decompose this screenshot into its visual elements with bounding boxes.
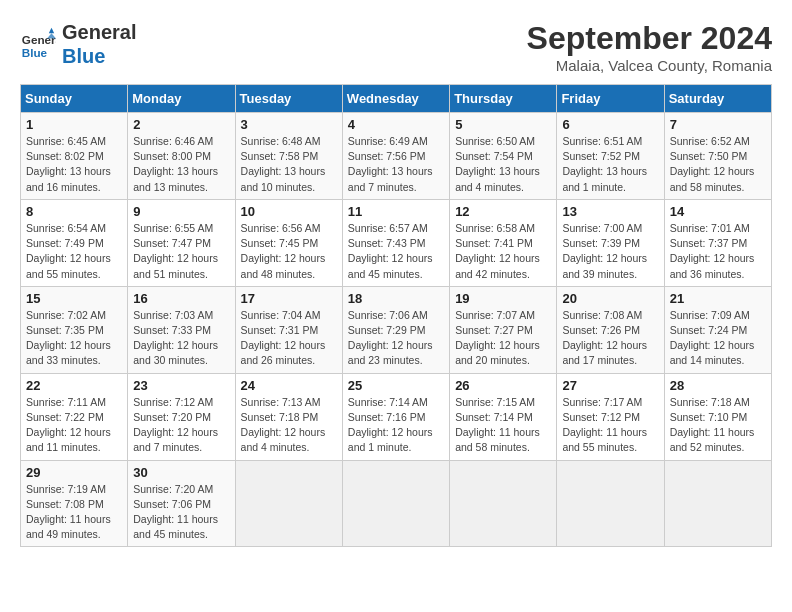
- calendar-cell: 14Sunrise: 7:01 AM Sunset: 7:37 PM Dayli…: [664, 199, 771, 286]
- weekday-header: Saturday: [664, 85, 771, 113]
- svg-marker-2: [49, 28, 54, 33]
- page-header: General Blue General Blue September 2024…: [20, 20, 772, 74]
- day-number: 14: [670, 204, 766, 219]
- calendar-cell: 3Sunrise: 6:48 AM Sunset: 7:58 PM Daylig…: [235, 113, 342, 200]
- calendar-cell: [235, 460, 342, 547]
- weekday-header: Sunday: [21, 85, 128, 113]
- day-number: 26: [455, 378, 551, 393]
- weekday-header: Tuesday: [235, 85, 342, 113]
- day-info: Sunrise: 7:20 AM Sunset: 7:06 PM Dayligh…: [133, 482, 229, 543]
- day-number: 23: [133, 378, 229, 393]
- day-info: Sunrise: 6:57 AM Sunset: 7:43 PM Dayligh…: [348, 221, 444, 282]
- day-number: 21: [670, 291, 766, 306]
- day-info: Sunrise: 7:11 AM Sunset: 7:22 PM Dayligh…: [26, 395, 122, 456]
- day-info: Sunrise: 6:49 AM Sunset: 7:56 PM Dayligh…: [348, 134, 444, 195]
- calendar-cell: 21Sunrise: 7:09 AM Sunset: 7:24 PM Dayli…: [664, 286, 771, 373]
- day-number: 16: [133, 291, 229, 306]
- day-info: Sunrise: 7:00 AM Sunset: 7:39 PM Dayligh…: [562, 221, 658, 282]
- day-info: Sunrise: 7:03 AM Sunset: 7:33 PM Dayligh…: [133, 308, 229, 369]
- day-info: Sunrise: 6:54 AM Sunset: 7:49 PM Dayligh…: [26, 221, 122, 282]
- day-info: Sunrise: 7:14 AM Sunset: 7:16 PM Dayligh…: [348, 395, 444, 456]
- day-info: Sunrise: 7:15 AM Sunset: 7:14 PM Dayligh…: [455, 395, 551, 456]
- day-info: Sunrise: 7:13 AM Sunset: 7:18 PM Dayligh…: [241, 395, 337, 456]
- day-number: 15: [26, 291, 122, 306]
- day-info: Sunrise: 6:52 AM Sunset: 7:50 PM Dayligh…: [670, 134, 766, 195]
- weekday-header: Thursday: [450, 85, 557, 113]
- logo-blue: Blue: [62, 44, 136, 68]
- calendar-table: SundayMondayTuesdayWednesdayThursdayFrid…: [20, 84, 772, 547]
- day-number: 5: [455, 117, 551, 132]
- weekday-header: Monday: [128, 85, 235, 113]
- day-number: 24: [241, 378, 337, 393]
- calendar-cell: 18Sunrise: 7:06 AM Sunset: 7:29 PM Dayli…: [342, 286, 449, 373]
- day-info: Sunrise: 6:48 AM Sunset: 7:58 PM Dayligh…: [241, 134, 337, 195]
- calendar-cell: 19Sunrise: 7:07 AM Sunset: 7:27 PM Dayli…: [450, 286, 557, 373]
- day-number: 18: [348, 291, 444, 306]
- day-number: 25: [348, 378, 444, 393]
- calendar-cell: 7Sunrise: 6:52 AM Sunset: 7:50 PM Daylig…: [664, 113, 771, 200]
- calendar-cell: 17Sunrise: 7:04 AM Sunset: 7:31 PM Dayli…: [235, 286, 342, 373]
- day-info: Sunrise: 7:09 AM Sunset: 7:24 PM Dayligh…: [670, 308, 766, 369]
- logo: General Blue General Blue: [20, 20, 136, 68]
- logo-general: General: [62, 20, 136, 44]
- calendar-cell: 29Sunrise: 7:19 AM Sunset: 7:08 PM Dayli…: [21, 460, 128, 547]
- calendar-cell: 25Sunrise: 7:14 AM Sunset: 7:16 PM Dayli…: [342, 373, 449, 460]
- svg-text:Blue: Blue: [22, 46, 48, 59]
- calendar-cell: 30Sunrise: 7:20 AM Sunset: 7:06 PM Dayli…: [128, 460, 235, 547]
- calendar-cell: [557, 460, 664, 547]
- day-info: Sunrise: 7:02 AM Sunset: 7:35 PM Dayligh…: [26, 308, 122, 369]
- day-info: Sunrise: 6:56 AM Sunset: 7:45 PM Dayligh…: [241, 221, 337, 282]
- calendar-cell: 12Sunrise: 6:58 AM Sunset: 7:41 PM Dayli…: [450, 199, 557, 286]
- day-info: Sunrise: 7:04 AM Sunset: 7:31 PM Dayligh…: [241, 308, 337, 369]
- calendar-cell: 26Sunrise: 7:15 AM Sunset: 7:14 PM Dayli…: [450, 373, 557, 460]
- day-number: 12: [455, 204, 551, 219]
- day-number: 29: [26, 465, 122, 480]
- day-info: Sunrise: 6:50 AM Sunset: 7:54 PM Dayligh…: [455, 134, 551, 195]
- day-number: 11: [348, 204, 444, 219]
- day-info: Sunrise: 7:01 AM Sunset: 7:37 PM Dayligh…: [670, 221, 766, 282]
- location-title: Malaia, Valcea County, Romania: [527, 57, 772, 74]
- day-info: Sunrise: 6:55 AM Sunset: 7:47 PM Dayligh…: [133, 221, 229, 282]
- calendar-cell: 8Sunrise: 6:54 AM Sunset: 7:49 PM Daylig…: [21, 199, 128, 286]
- calendar-cell: 10Sunrise: 6:56 AM Sunset: 7:45 PM Dayli…: [235, 199, 342, 286]
- calendar-cell: 13Sunrise: 7:00 AM Sunset: 7:39 PM Dayli…: [557, 199, 664, 286]
- day-info: Sunrise: 6:51 AM Sunset: 7:52 PM Dayligh…: [562, 134, 658, 195]
- day-info: Sunrise: 7:07 AM Sunset: 7:27 PM Dayligh…: [455, 308, 551, 369]
- logo-icon: General Blue: [20, 26, 56, 62]
- day-number: 10: [241, 204, 337, 219]
- day-info: Sunrise: 6:45 AM Sunset: 8:02 PM Dayligh…: [26, 134, 122, 195]
- calendar-cell: 16Sunrise: 7:03 AM Sunset: 7:33 PM Dayli…: [128, 286, 235, 373]
- calendar-cell: [342, 460, 449, 547]
- day-number: 22: [26, 378, 122, 393]
- calendar-cell: 4Sunrise: 6:49 AM Sunset: 7:56 PM Daylig…: [342, 113, 449, 200]
- day-number: 30: [133, 465, 229, 480]
- day-number: 1: [26, 117, 122, 132]
- calendar-cell: 6Sunrise: 6:51 AM Sunset: 7:52 PM Daylig…: [557, 113, 664, 200]
- day-number: 4: [348, 117, 444, 132]
- calendar-cell: 11Sunrise: 6:57 AM Sunset: 7:43 PM Dayli…: [342, 199, 449, 286]
- day-number: 8: [26, 204, 122, 219]
- calendar-cell: 1Sunrise: 6:45 AM Sunset: 8:02 PM Daylig…: [21, 113, 128, 200]
- day-number: 17: [241, 291, 337, 306]
- calendar-cell: 5Sunrise: 6:50 AM Sunset: 7:54 PM Daylig…: [450, 113, 557, 200]
- day-info: Sunrise: 7:19 AM Sunset: 7:08 PM Dayligh…: [26, 482, 122, 543]
- month-title: September 2024: [527, 20, 772, 57]
- day-info: Sunrise: 7:06 AM Sunset: 7:29 PM Dayligh…: [348, 308, 444, 369]
- calendar-cell: 2Sunrise: 6:46 AM Sunset: 8:00 PM Daylig…: [128, 113, 235, 200]
- calendar-cell: 15Sunrise: 7:02 AM Sunset: 7:35 PM Dayli…: [21, 286, 128, 373]
- calendar-cell: 22Sunrise: 7:11 AM Sunset: 7:22 PM Dayli…: [21, 373, 128, 460]
- day-info: Sunrise: 6:58 AM Sunset: 7:41 PM Dayligh…: [455, 221, 551, 282]
- day-info: Sunrise: 7:17 AM Sunset: 7:12 PM Dayligh…: [562, 395, 658, 456]
- weekday-header: Friday: [557, 85, 664, 113]
- calendar-cell: [664, 460, 771, 547]
- calendar-cell: 27Sunrise: 7:17 AM Sunset: 7:12 PM Dayli…: [557, 373, 664, 460]
- day-number: 6: [562, 117, 658, 132]
- calendar-cell: 9Sunrise: 6:55 AM Sunset: 7:47 PM Daylig…: [128, 199, 235, 286]
- day-number: 27: [562, 378, 658, 393]
- day-info: Sunrise: 7:08 AM Sunset: 7:26 PM Dayligh…: [562, 308, 658, 369]
- day-number: 9: [133, 204, 229, 219]
- calendar-cell: 23Sunrise: 7:12 AM Sunset: 7:20 PM Dayli…: [128, 373, 235, 460]
- day-number: 13: [562, 204, 658, 219]
- day-number: 2: [133, 117, 229, 132]
- calendar-cell: 24Sunrise: 7:13 AM Sunset: 7:18 PM Dayli…: [235, 373, 342, 460]
